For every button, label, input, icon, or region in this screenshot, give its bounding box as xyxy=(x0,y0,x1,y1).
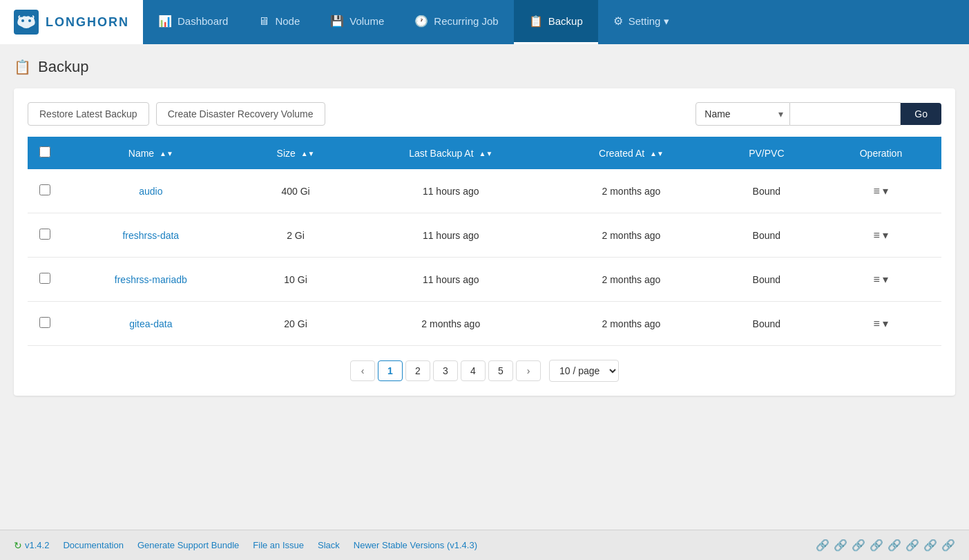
chain-icon-3[interactable]: 🔗 xyxy=(852,539,865,552)
brand[interactable]: LONGHORN xyxy=(0,0,143,44)
size-sort-icon: ▲▼ xyxy=(301,151,315,157)
header-operation: Operation xyxy=(821,137,941,169)
nav-label-volume: Volume xyxy=(349,15,384,27)
row-checkbox-2[interactable] xyxy=(39,273,50,284)
row-operation-btn-3[interactable]: ≡ ▾ xyxy=(868,314,894,333)
header-last-backup-at[interactable]: Last Backup At ▲▼ xyxy=(352,137,550,169)
generate-support-bundle-link[interactable]: Generate Support Bundle xyxy=(137,540,239,550)
chain-icon-8[interactable]: 🔗 xyxy=(941,539,955,552)
recurring-job-icon: 🕐 xyxy=(414,15,428,28)
row-created-at-3: 2 months ago xyxy=(550,302,713,346)
row-operation-3: ≡ ▾ xyxy=(821,302,941,346)
dashboard-icon: 📊 xyxy=(158,15,172,28)
table-row: audio 400 Gi 11 hours ago 2 months ago B… xyxy=(28,169,941,213)
row-pv-pvc-0: Bound xyxy=(713,169,821,213)
slack-link[interactable]: Slack xyxy=(318,540,340,550)
prev-page-button[interactable]: ‹ xyxy=(350,360,375,381)
row-operation-btn-0[interactable]: ≡ ▾ xyxy=(868,182,894,200)
backup-table: Name ▲▼ Size ▲▼ Last Backup At ▲▼ Create… xyxy=(28,137,941,346)
nav-item-setting[interactable]: ⚙ Setting ▾ xyxy=(598,0,684,44)
row-created-at-1: 2 months ago xyxy=(550,213,713,258)
row-operation-btn-2[interactable]: ≡ ▾ xyxy=(868,270,894,289)
header-name[interactable]: Name ▲▼ xyxy=(62,137,240,169)
row-checkbox-cell xyxy=(28,302,62,346)
version-link[interactable]: ↻ v1.4.2 xyxy=(14,540,49,551)
table-body: audio 400 Gi 11 hours ago 2 months ago B… xyxy=(28,169,941,346)
search-input[interactable] xyxy=(790,102,901,126)
setting-icon: ⚙ xyxy=(613,15,623,28)
row-operation-btn-1[interactable]: ≡ ▾ xyxy=(868,226,894,244)
header-size[interactable]: Size ▲▼ xyxy=(240,137,352,169)
row-pv-pvc-3: Bound xyxy=(713,302,821,346)
nav-item-dashboard[interactable]: 📊 Dashboard xyxy=(143,0,243,44)
row-checkbox-1[interactable] xyxy=(39,229,50,240)
nav-item-backup[interactable]: 📋 Backup xyxy=(514,0,598,44)
page-content: 📋 Backup Restore Latest Backup Create Di… xyxy=(0,44,969,530)
row-last-backup-0: 11 hours ago xyxy=(352,169,550,213)
chain-icon-2[interactable]: 🔗 xyxy=(834,539,847,552)
nav-item-recurring-job[interactable]: 🕐 Recurring Job xyxy=(399,0,513,44)
chain-icon-1[interactable]: 🔗 xyxy=(816,539,829,552)
svg-point-1 xyxy=(28,19,31,22)
footer-left: ↻ v1.4.2 Documentation Generate Support … xyxy=(14,540,477,551)
documentation-link[interactable]: Documentation xyxy=(63,540,123,550)
brand-name: LONGHORN xyxy=(46,15,129,30)
chain-icon-7[interactable]: 🔗 xyxy=(923,539,937,552)
header-checkbox-cell xyxy=(28,137,62,169)
nav-label-backup: Backup xyxy=(548,15,583,27)
file-an-issue-link[interactable]: File an Issue xyxy=(253,540,304,550)
pagination: ‹ 1 2 3 4 5 › 10 / page 20 / page 50 / p… xyxy=(28,360,941,382)
search-group: Name Size Last Backup At Created At Go xyxy=(695,102,941,126)
row-pv-pvc-1: Bound xyxy=(713,213,821,258)
row-last-backup-3: 2 months ago xyxy=(352,302,550,346)
nav-item-node[interactable]: 🖥 Node xyxy=(243,0,315,44)
chain-icon-4[interactable]: 🔗 xyxy=(870,539,883,552)
page-2-button[interactable]: 2 xyxy=(405,360,430,381)
row-pv-pvc-2: Bound xyxy=(713,258,821,302)
nav-label-recurring-job: Recurring Job xyxy=(434,15,498,27)
row-operation-0: ≡ ▾ xyxy=(821,169,941,213)
nav-label-dashboard: Dashboard xyxy=(178,15,228,27)
table-row: freshrss-data 2 Gi 11 hours ago 2 months… xyxy=(28,213,941,258)
table-header: Name ▲▼ Size ▲▼ Last Backup At ▲▼ Create… xyxy=(28,137,941,169)
nav-label-node: Node xyxy=(275,15,300,27)
row-operation-2: ≡ ▾ xyxy=(821,258,941,302)
row-checkbox-0[interactable] xyxy=(39,184,50,195)
volume-icon: 💾 xyxy=(330,15,344,28)
create-dr-volume-button[interactable]: Create Disaster Recovery Volume xyxy=(156,102,325,126)
page-title: Backup xyxy=(38,58,88,76)
header-pv-pvc: PV/PVC xyxy=(713,137,821,169)
restore-latest-backup-button[interactable]: Restore Latest Backup xyxy=(28,102,149,126)
next-page-button[interactable]: › xyxy=(516,360,541,381)
row-name-2[interactable]: freshrss-mariadb xyxy=(62,258,240,302)
row-checkbox-cell xyxy=(28,258,62,302)
nav-label-setting: Setting ▾ xyxy=(629,15,669,28)
row-operation-1: ≡ ▾ xyxy=(821,213,941,258)
brand-logo xyxy=(14,10,39,35)
page-size-select[interactable]: 10 / page 20 / page 50 / page xyxy=(549,360,619,382)
row-name-1[interactable]: freshrss-data xyxy=(62,213,240,258)
toolbar: Restore Latest Backup Create Disaster Re… xyxy=(28,102,941,126)
filter-select[interactable]: Name Size Last Backup At Created At xyxy=(695,102,790,126)
row-name-3[interactable]: gitea-data xyxy=(62,302,240,346)
row-last-backup-2: 11 hours ago xyxy=(352,258,550,302)
chain-icon-6[interactable]: 🔗 xyxy=(905,539,919,552)
row-name-0[interactable]: audio xyxy=(62,169,240,213)
page-3-button[interactable]: 3 xyxy=(433,360,458,381)
row-size-2: 10 Gi xyxy=(240,258,352,302)
go-button[interactable]: Go xyxy=(901,103,941,125)
page-1-button[interactable]: 1 xyxy=(378,360,403,381)
page-icon: 📋 xyxy=(14,59,31,75)
page-4-button[interactable]: 4 xyxy=(461,360,486,381)
footer: ↻ v1.4.2 Documentation Generate Support … xyxy=(0,530,969,560)
row-created-at-0: 2 months ago xyxy=(550,169,713,213)
header-created-at[interactable]: Created At ▲▼ xyxy=(550,137,713,169)
row-checkbox-3[interactable] xyxy=(39,317,50,328)
page-5-button[interactable]: 5 xyxy=(488,360,513,381)
table-row: gitea-data 20 Gi 2 months ago 2 months a… xyxy=(28,302,941,346)
select-all-checkbox[interactable] xyxy=(39,146,50,157)
nav-item-volume[interactable]: 💾 Volume xyxy=(315,0,399,44)
chain-icon-5[interactable]: 🔗 xyxy=(888,539,901,552)
newer-stable-versions-link[interactable]: Newer Stable Versions (v1.4.3) xyxy=(354,540,477,550)
last-backup-sort-icon: ▲▼ xyxy=(479,151,493,157)
